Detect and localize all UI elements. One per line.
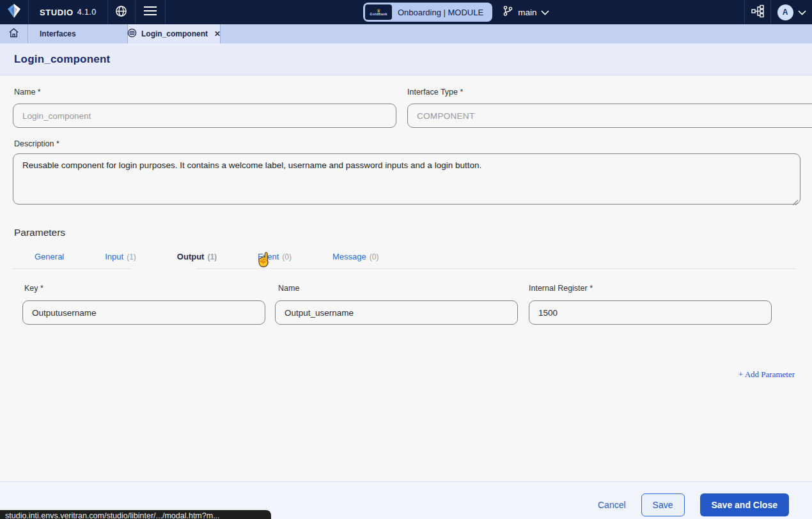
org-chart-icon — [751, 4, 765, 20]
save-button[interactable]: Save — [641, 493, 685, 516]
tabs-underline — [13, 268, 131, 269]
home-button[interactable] — [0, 24, 28, 43]
top-navbar: STUDIO 4.1.0 ♛ GoldBank Onboarding | MOD… — [0, 0, 812, 24]
key-label: Key * — [24, 284, 43, 293]
parameter-tabs: General Input (1) Output (1) Event (0) M… — [35, 252, 379, 261]
goldbank-logo-text: GoldBank — [370, 13, 387, 17]
interface-type-input[interactable] — [407, 104, 812, 128]
tab-label: Interfaces — [40, 29, 76, 38]
tab-interfaces[interactable]: Interfaces — [28, 24, 128, 43]
tab-count: (0) — [370, 252, 379, 261]
home-icon — [8, 27, 19, 41]
parameters-heading: Parameters — [14, 227, 65, 238]
branch-selector[interactable]: main — [503, 5, 549, 19]
divider — [165, 0, 166, 24]
chevron-down-icon — [798, 6, 806, 18]
internal-register-input[interactable] — [529, 300, 772, 325]
tab-count: (1) — [127, 252, 136, 261]
app-logo[interactable] — [0, 0, 28, 24]
brand-name: STUDIO — [40, 8, 74, 17]
resize-handle-icon[interactable] — [792, 196, 798, 208]
save-and-close-button[interactable]: Save and Close — [700, 493, 790, 516]
tab-count: (0) — [282, 252, 292, 261]
veritran-logo-icon — [8, 4, 20, 20]
link-preview-statusbar: studio.inti.envs.veritran.com/studio/lib… — [0, 510, 271, 519]
description-textarea[interactable]: Reusable component for login purposes. I… — [13, 153, 800, 205]
hamburger-icon — [144, 6, 157, 18]
interface-icon — [127, 28, 137, 40]
internal-register-label: Internal Register * — [529, 284, 593, 293]
tab-count: (1) — [207, 252, 217, 261]
close-icon[interactable]: ✕ — [214, 29, 221, 38]
name-input[interactable] — [13, 104, 396, 128]
description-label: Description * — [14, 139, 59, 148]
document-tabstrip: Interfaces Login_component ✕ — [0, 24, 812, 43]
nav-right: A — [744, 0, 812, 24]
nav-center: ♛ GoldBank Onboarding | MODULE main — [363, 0, 549, 24]
language-button[interactable] — [108, 0, 135, 24]
param-tab-input[interactable]: Input (1) — [105, 252, 136, 261]
brand: STUDIO 4.1.0 — [29, 0, 107, 24]
page-title: Login_component — [14, 53, 110, 66]
interface-type-label: Interface Type * — [407, 88, 463, 97]
goldbank-logo: ♛ GoldBank — [365, 4, 392, 20]
add-parameter-link[interactable]: + Add Parameter — [738, 369, 795, 380]
title-band: Login_component — [0, 43, 812, 75]
key-input[interactable] — [22, 300, 265, 325]
main-menu-button[interactable] — [136, 0, 165, 24]
brand-version: 4.1.0 — [77, 8, 97, 17]
hierarchy-button[interactable] — [745, 0, 770, 24]
param-name-input[interactable] — [275, 300, 518, 325]
param-tab-event[interactable]: Event (0) — [258, 252, 292, 261]
tabs-underline — [196, 268, 796, 269]
cancel-button[interactable]: Cancel — [598, 500, 626, 510]
tab-login-component[interactable]: Login_component ✕ — [128, 24, 221, 43]
context-badge-label: Onboarding | MODULE — [398, 8, 483, 17]
param-tab-message[interactable]: Message (0) — [332, 252, 379, 261]
git-branch-icon — [503, 5, 513, 19]
user-menu[interactable]: A — [771, 0, 812, 24]
avatar: A — [777, 4, 793, 20]
param-tab-output[interactable]: Output (1) — [177, 252, 217, 261]
chevron-down-icon — [541, 6, 549, 18]
globe-icon — [115, 5, 127, 20]
param-name-label: Name — [278, 284, 299, 293]
param-tab-general[interactable]: General — [35, 252, 64, 261]
tab-label: Login_component — [141, 29, 208, 38]
branch-name: main — [518, 8, 536, 17]
name-label: Name * — [14, 88, 41, 97]
project-context-badge[interactable]: ♛ GoldBank Onboarding | MODULE — [363, 3, 492, 22]
